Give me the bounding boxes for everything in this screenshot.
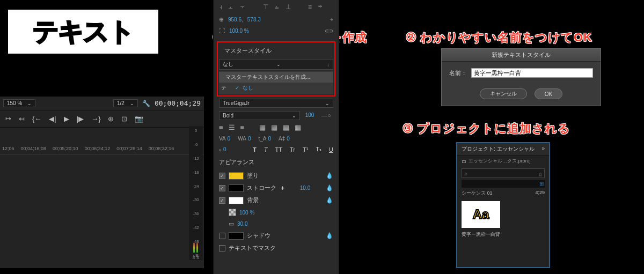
text-justify-all-icon[interactable]: ▦ — [295, 123, 301, 131]
dist-vcenter-icon[interactable]: ⫨ — [274, 3, 280, 11]
go-in-icon[interactable]: {← — [32, 115, 41, 123]
time-ruler[interactable]: 12;0600;04;16;0800;05;20;1000;06;24;1200… — [0, 143, 204, 155]
export-frame-icon[interactable]: 📷 — [135, 115, 143, 123]
name-label: 名前： — [449, 69, 467, 77]
bg-blur[interactable]: 30.0 — [237, 221, 247, 227]
mark-in-icon[interactable]: ↦ — [5, 115, 11, 123]
bg-label: 背景 — [247, 196, 259, 204]
pos-x[interactable]: 958.6, — [228, 17, 243, 23]
cancel-button[interactable]: キャンセル — [480, 88, 527, 99]
dist-bottom-icon[interactable]: ⊥ — [286, 3, 291, 11]
search-filter-icon[interactable]: ⌕̲ — [539, 171, 542, 176]
style-thumbnail[interactable]: Aa — [462, 201, 500, 228]
leading-value[interactable]: 0 — [268, 136, 272, 142]
zoom-dropdown[interactable]: 150 %⌄ — [3, 99, 35, 107]
font-size[interactable]: 100 — [303, 110, 317, 121]
resolution-dropdown[interactable]: 1/2⌄ — [113, 99, 138, 107]
add-stroke-icon[interactable]: + — [281, 184, 284, 192]
master-style-menu: マスターテキストスタイルを作成... テなし — [219, 71, 333, 94]
text-align-right-icon[interactable]: ≡ — [240, 123, 245, 131]
tracking-value[interactable]: 0 — [228, 136, 231, 142]
menu-create-master-style[interactable]: マスターテキストスタイルを作成... — [219, 72, 333, 83]
blur-icon: ▭ — [229, 220, 234, 227]
wrench-icon[interactable]: 🔧 — [142, 100, 150, 107]
dist-top-icon[interactable]: ⊤ — [263, 3, 268, 11]
menu-none[interactable]: なし — [229, 83, 333, 93]
small-caps-icon[interactable]: Tr — [290, 146, 295, 153]
scale-icon[interactable]: ⛶ — [219, 27, 225, 34]
transport-controls: ↦ ↤ {← ◀| ▶ |▶ →} ⊕ ⊡ 📷 — [0, 110, 204, 128]
master-style-label: マスタースタイル — [219, 43, 333, 58]
ok-button[interactable]: OK — [535, 88, 562, 99]
go-out-icon[interactable]: →} — [91, 115, 100, 123]
text-justify-last-left-icon[interactable]: ▦ — [271, 123, 277, 131]
faux-italic-icon[interactable]: T — [264, 146, 268, 153]
subscript-icon[interactable]: T₁ — [316, 146, 321, 153]
mask-checkbox[interactable] — [219, 245, 225, 251]
superscript-icon[interactable]: T¹ — [303, 146, 308, 153]
bg-checkbox[interactable]: ✓ — [219, 197, 225, 204]
timeline-panel: 150 %⌄ 1/2⌄ 🔧 00;00;04;29 ↦ ↤ {← ◀| ▶ |▶… — [0, 97, 204, 268]
project-search[interactable]: ⌕⌕̲ — [462, 168, 545, 178]
bin-icon[interactable]: 🗀 — [462, 159, 466, 164]
text-justify-last-center-icon[interactable]: ▦ — [283, 123, 289, 131]
dialog-title: 新規テキストスタイル — [442, 49, 601, 62]
style-item-name[interactable]: 黄字ー黒枠ー白背 — [462, 231, 545, 238]
mask-label: テキストでマスク — [229, 244, 276, 252]
eyedropper-icon[interactable]: 💧 — [326, 232, 333, 239]
faux-bold-icon[interactable]: T — [253, 146, 257, 153]
align-hcenter-icon[interactable]: ⫠ — [228, 3, 234, 11]
step-fwd-icon[interactable]: |▶ — [77, 115, 84, 123]
pos-y[interactable]: 578.3 — [247, 17, 261, 23]
fill-checkbox[interactable]: ✓ — [219, 173, 225, 179]
bg-opacity[interactable]: 100 % — [239, 210, 254, 216]
underline-icon[interactable]: U — [329, 146, 333, 153]
text-align-center-icon[interactable]: ☰ — [229, 123, 235, 131]
new-text-style-dialog: 新規テキストスタイル 名前： キャンセル OK — [441, 48, 601, 106]
eyedropper-icon[interactable]: 💧 — [326, 172, 333, 179]
insert-icon[interactable]: ⊕ — [108, 115, 114, 123]
panel-menu-icon[interactable]: » — [541, 145, 545, 153]
tsume-value[interactable]: 0 — [223, 146, 226, 152]
mark-out-icon[interactable]: ↤ — [19, 115, 25, 123]
position-icon[interactable]: ⊕ — [219, 16, 224, 23]
master-style-dropdown[interactable]: なし⌄↓ — [219, 59, 333, 70]
shadow-checkbox[interactable] — [219, 233, 225, 239]
scale-value[interactable]: 100.0 % — [229, 28, 249, 34]
play-icon[interactable]: ▶ — [64, 115, 69, 123]
project-filename: エッセンシャル…クス.prproj — [469, 158, 531, 165]
bg-swatch[interactable] — [229, 197, 244, 204]
baseline-value[interactable]: 0 — [287, 136, 290, 142]
font-weight-dropdown[interactable]: Bold⌄ — [219, 111, 300, 120]
step-back-icon[interactable]: ◀| — [49, 115, 56, 123]
sequence-thumbnail[interactable]: ⊞ — [462, 180, 545, 188]
size-slider-icon[interactable]: —○ — [319, 110, 333, 121]
fill-swatch[interactable] — [229, 172, 244, 180]
name-input[interactable] — [471, 68, 593, 78]
timecode[interactable]: 00;00;04;29 — [155, 99, 201, 107]
callout-step3: ③プロジェクトに追加される — [402, 121, 570, 137]
anchor-icon[interactable]: ⌖ — [330, 16, 333, 23]
stroke-width[interactable]: 10.0 — [300, 185, 310, 191]
align-left-icon[interactable]: ⫞ — [219, 3, 222, 11]
all-caps-icon[interactable]: TT — [275, 146, 282, 153]
project-tab-label[interactable]: プロジェクト: エッセンシャル — [462, 145, 535, 153]
kerning-value[interactable]: 0 — [248, 136, 251, 142]
stroke-checkbox[interactable]: ✓ — [219, 185, 225, 191]
dist-h-icon[interactable]: ≡ — [308, 3, 312, 11]
sequence-name[interactable]: シーケンス 01 — [462, 190, 493, 197]
text-justify-icon[interactable]: ▦ — [259, 123, 266, 131]
text-align-left-icon[interactable]: ≡ — [219, 123, 223, 131]
preview-text: テキスト — [33, 14, 134, 49]
align-right-icon[interactable]: ⫟ — [239, 3, 246, 11]
shadow-swatch[interactable] — [229, 232, 244, 240]
eyedropper-icon[interactable]: 💧 — [326, 184, 333, 191]
overwrite-icon[interactable]: ⊡ — [121, 115, 127, 123]
eyedropper-icon[interactable]: 💧 — [326, 197, 333, 204]
font-dropdown[interactable]: TrueGigaJr⌄ — [219, 99, 333, 108]
dist-v-icon[interactable]: ⫩ — [317, 3, 324, 11]
stroke-swatch[interactable] — [229, 184, 244, 192]
audio-meter: 0-6-12-18-24-30-36-42-48dB S S — [189, 126, 203, 260]
link-scale-icon[interactable]: ⊂⊃ — [325, 28, 333, 34]
text-preview: テキスト — [8, 10, 158, 54]
